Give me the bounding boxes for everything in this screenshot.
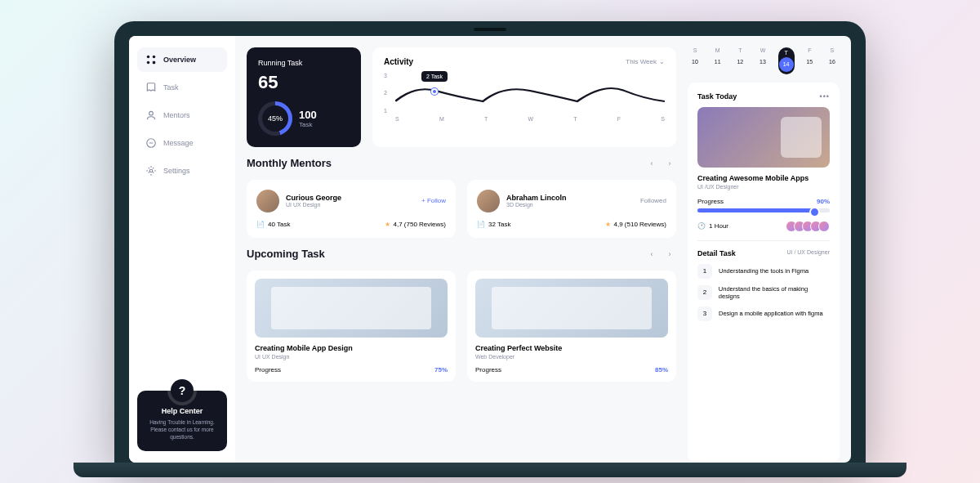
calendar-day[interactable]: T14	[778, 47, 795, 74]
detail-text: Understanding the tools in Figma	[719, 267, 808, 275]
more-button[interactable]: •••	[820, 92, 830, 101]
calendar-date: 11	[710, 55, 725, 69]
help-subtitle: Having Trouble in Learning. Please conta…	[145, 418, 219, 441]
running-total-label: Task	[299, 121, 317, 128]
calendar-day-label: S	[688, 47, 702, 53]
sidebar: Overview Task Mentors Message Settings ?…	[129, 36, 235, 463]
progress-percent: 85%	[655, 366, 668, 373]
xtick: S	[661, 116, 665, 122]
calendar-day[interactable]: S10	[688, 47, 702, 74]
activity-title: Activity	[384, 57, 413, 66]
sidebar-item-task[interactable]: Task	[137, 75, 227, 100]
book-icon	[145, 82, 157, 93]
calendar-day[interactable]: S16	[825, 47, 840, 74]
sidebar-item-message[interactable]: Message	[137, 131, 227, 155]
mentor-role: UI UX Design	[286, 202, 341, 208]
right-panel: S10M11T12W13T14F15S16 Task Today ••• Cre…	[688, 36, 851, 463]
today-hero-image	[697, 107, 830, 168]
note-icon: 📄	[256, 221, 265, 228]
time-label: 1 Hour	[709, 222, 728, 230]
calendar-date: 13	[755, 55, 770, 69]
calendar-date: 14	[779, 57, 794, 72]
task-name: Creating Mobile App Design	[255, 344, 448, 352]
followed-label: Followed	[640, 197, 666, 204]
assignee-avatars	[789, 221, 830, 232]
calendar-day-label: F	[802, 47, 817, 53]
star-icon: ★	[605, 221, 611, 228]
detail-num: 2	[697, 285, 712, 300]
detail-item: 1 Understanding the tools in Figma	[697, 264, 830, 279]
note-icon: 📄	[477, 221, 485, 228]
calendar-day-label: T	[779, 50, 794, 56]
activity-range-select[interactable]: This Week ⌄	[626, 58, 665, 65]
xtick: F	[617, 116, 621, 122]
sidebar-item-mentors[interactable]: Mentors	[137, 103, 227, 127]
task-role: Web Developer	[475, 354, 668, 360]
xtick: W	[528, 116, 533, 122]
progress-bar	[697, 208, 830, 212]
running-task-card: Running Task 65 45% 100 Task	[247, 47, 361, 147]
svg-point-2	[147, 60, 150, 64]
calendar-day-label: W	[755, 47, 770, 53]
calendar-day[interactable]: M11	[710, 47, 725, 74]
ytick: 1	[384, 108, 387, 114]
progress-percent: 75%	[434, 366, 448, 373]
calendar-date: 15	[802, 55, 817, 69]
mentor-name: Curious George	[286, 194, 341, 202]
avatar	[477, 190, 500, 212]
upcoming-task-card[interactable]: Creating Perfect Website Web Developer P…	[467, 271, 676, 382]
mentors-next-button[interactable]: ›	[663, 157, 676, 170]
detail-item: 2 Understand the basics of making design…	[697, 285, 830, 300]
upcoming-task-card[interactable]: Creating Mobile App Design UI UX Design …	[247, 271, 456, 382]
section-title-mentors: Monthly Mentors	[247, 157, 332, 169]
sidebar-item-settings[interactable]: Settings	[137, 159, 227, 183]
xtick: S	[395, 116, 399, 122]
mentor-card[interactable]: Curious George UI UX Design + Follow 📄40…	[247, 180, 456, 238]
grid-icon	[145, 54, 157, 65]
help-icon: ?	[171, 379, 194, 402]
mentors-prev-button[interactable]: ‹	[645, 157, 658, 170]
calendar-day[interactable]: W13	[755, 47, 770, 74]
running-count: 65	[258, 72, 350, 93]
task-thumbnail	[255, 279, 448, 338]
ring-percent: 45%	[268, 114, 283, 123]
detail-role: UI / UX Designer	[786, 249, 830, 257]
today-task-role: UI /UX Designer	[697, 184, 830, 190]
help-center-card[interactable]: ? Help Center Having Trouble in Learning…	[137, 391, 227, 450]
help-title: Help Center	[145, 407, 219, 415]
chevron-down-icon: ⌄	[659, 58, 665, 65]
calendar-day[interactable]: F15	[802, 47, 817, 74]
sidebar-label: Settings	[163, 167, 190, 175]
follow-button[interactable]: + Follow	[421, 197, 446, 204]
message-icon	[145, 137, 157, 149]
ytick: 2	[384, 90, 387, 96]
user-icon	[145, 110, 157, 121]
task-thumbnail	[475, 279, 668, 338]
avatar	[256, 190, 279, 212]
upcoming-prev-button[interactable]: ‹	[645, 248, 658, 261]
calendar-day-label: M	[710, 47, 725, 53]
task-role: UI UX Design	[255, 354, 448, 360]
sidebar-item-overview[interactable]: Overview	[137, 47, 227, 72]
detail-title: Detail Task	[697, 249, 736, 257]
laptop-frame: Overview Task Mentors Message Settings ?…	[114, 21, 866, 463]
detail-text: Design a mobile application with figma	[719, 310, 823, 317]
mentor-rating: 4,9 (510 Reviews)	[614, 221, 666, 228]
main-content: Running Task 65 45% 100 Task Activity	[235, 36, 688, 463]
upcoming-next-button[interactable]: ›	[663, 248, 676, 261]
running-label: Running Task	[258, 59, 350, 67]
svg-point-1	[153, 55, 156, 58]
mentor-tasks: 32 Task	[488, 221, 510, 228]
calendar-date: 16	[825, 55, 840, 69]
progress-percent: 90%	[817, 198, 830, 205]
xtick: T	[573, 116, 577, 122]
calendar-day[interactable]: T12	[733, 47, 747, 74]
sidebar-label: Mentors	[163, 111, 190, 119]
svg-point-5	[149, 169, 153, 172]
mentor-card[interactable]: Abraham Lincoln 3D Design Followed 📄32 T…	[467, 180, 676, 238]
progress-label: Progress	[697, 198, 724, 205]
calendar: S10M11T12W13T14F15S16	[688, 47, 840, 74]
xtick: M	[439, 116, 444, 122]
app-screen: Overview Task Mentors Message Settings ?…	[129, 36, 851, 463]
gear-icon	[145, 165, 157, 177]
